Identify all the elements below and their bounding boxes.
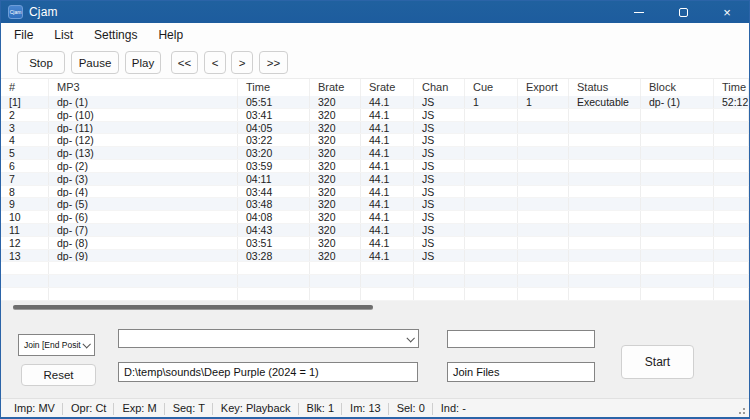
pause-button[interactable]: Pause xyxy=(71,51,119,74)
track-table: #MP3TimeBrateSrateChanCueExportStatusBlo… xyxy=(1,79,749,301)
play-button[interactable]: Play xyxy=(125,51,161,74)
table-cell: JS xyxy=(414,134,465,146)
table-cell: 44.1 xyxy=(361,96,414,108)
table-cell xyxy=(714,211,749,223)
output-path-input[interactable]: D:\temp\sounds\Deep Purple (2024 = 1) xyxy=(118,362,418,382)
table-cell: 44.1 xyxy=(361,109,414,121)
close-button[interactable]: × xyxy=(705,1,749,23)
menu-item-settings[interactable]: Settings xyxy=(91,26,140,44)
prev-track-button[interactable]: << xyxy=(171,51,198,74)
column-header-srate[interactable]: Srate xyxy=(361,79,414,96)
column-header-status[interactable]: Status xyxy=(569,79,641,96)
table-row[interactable]: [1]dp- (1)05:5132044.1JS11Executabledp- … xyxy=(1,96,749,109)
table-cell: 4 xyxy=(1,134,49,146)
table-row[interactable] xyxy=(1,288,749,301)
table-cell xyxy=(641,250,714,262)
table-row[interactable]: 5dp- (13)03:2032044.1JS xyxy=(1,147,749,160)
table-row[interactable]: 9dp- (5)03:4832044.1JS xyxy=(1,198,749,211)
menu-item-help[interactable]: Help xyxy=(155,26,186,44)
table-cell: 03:41 xyxy=(238,109,310,121)
table-row[interactable] xyxy=(1,275,749,288)
horizontal-scrollbar[interactable] xyxy=(1,301,749,314)
column-header-export[interactable]: Export xyxy=(518,79,569,96)
table-row[interactable]: 13dp- (9)03:2832044.1JS xyxy=(1,250,749,263)
table-header: #MP3TimeBrateSrateChanCueExportStatusBlo… xyxy=(1,79,749,96)
table-row[interactable]: 11dp- (7)04:4332044.1JS xyxy=(1,224,749,237)
start-button[interactable]: Start xyxy=(621,345,694,379)
close-icon: × xyxy=(723,6,731,19)
table-cell xyxy=(641,262,714,274)
table-cell xyxy=(569,288,641,300)
table-cell: 320 xyxy=(310,198,361,210)
maximize-button[interactable] xyxy=(661,1,705,23)
column-header-mp3[interactable]: MP3 xyxy=(49,79,238,96)
output-select[interactable] xyxy=(118,329,419,348)
scrollbar-thumb[interactable] xyxy=(13,305,373,309)
table-cell xyxy=(465,237,518,249)
table-row[interactable]: 12dp- (8)03:5132044.1JS xyxy=(1,237,749,250)
table-cell xyxy=(310,262,361,274)
table-cell xyxy=(414,288,465,300)
next-track-button[interactable]: >> xyxy=(259,51,288,74)
table-cell: 3 xyxy=(1,122,49,134)
table-cell: 320 xyxy=(310,186,361,198)
table-row[interactable]: 4dp- (12)03:2232044.1JS xyxy=(1,134,749,147)
table-cell: 03:28 xyxy=(238,250,310,262)
table-row[interactable] xyxy=(1,262,749,275)
step-forward-button[interactable]: > xyxy=(231,51,253,74)
table-cell xyxy=(1,262,49,274)
table-row[interactable]: 7dp- (3)04:1132044.1JS xyxy=(1,173,749,186)
step-back-button[interactable]: < xyxy=(204,51,226,74)
table-cell: JS xyxy=(414,250,465,262)
table-row[interactable]: 6dp- (2)03:5932044.1JS xyxy=(1,160,749,173)
column-header-chan[interactable]: Chan xyxy=(414,79,465,96)
table-cell xyxy=(49,275,238,287)
table-cell xyxy=(465,198,518,210)
table-cell: 13 xyxy=(1,250,49,262)
table-cell: dp- (6) xyxy=(49,211,238,223)
table-cell: 44.1 xyxy=(361,237,414,249)
table-cell xyxy=(518,160,569,172)
table-cell: 320 xyxy=(310,160,361,172)
table-row[interactable]: 3dp- (11)04:0532044.1JS xyxy=(1,122,749,135)
join-mode-select[interactable]: Join [End Posit xyxy=(18,334,95,356)
column-header-cue[interactable]: Cue xyxy=(465,79,518,96)
table-cell: 1 xyxy=(518,96,569,108)
resize-grip[interactable] xyxy=(736,405,746,415)
table-cell: 320 xyxy=(310,96,361,108)
reset-button[interactable]: Reset xyxy=(21,364,96,386)
column-header-brate[interactable]: Brate xyxy=(310,79,361,96)
column-header-time[interactable]: Time xyxy=(714,79,749,96)
table-cell: JS xyxy=(414,160,465,172)
minimize-button[interactable] xyxy=(617,1,661,23)
table-cell xyxy=(518,186,569,198)
table-cell: 320 xyxy=(310,250,361,262)
status-item: Exp: M xyxy=(114,402,164,414)
table-cell xyxy=(465,224,518,236)
join-files-input[interactable]: Join Files xyxy=(447,362,595,382)
table-cell: Executable xyxy=(569,96,641,108)
table-cell xyxy=(1,288,49,300)
menu-item-file[interactable]: File xyxy=(11,26,36,44)
table-cell: JS xyxy=(414,147,465,159)
column-header-time[interactable]: Time xyxy=(238,79,310,96)
table-cell: dp- (10) xyxy=(49,109,238,121)
column-header-block[interactable]: Block xyxy=(641,79,714,96)
table-cell: JS xyxy=(414,186,465,198)
table-cell xyxy=(569,275,641,287)
column-header-[interactable]: # xyxy=(1,79,49,96)
table-cell xyxy=(238,288,310,300)
aux-input[interactable] xyxy=(447,330,595,348)
table-row[interactable]: 10dp- (6)04:0832044.1JS xyxy=(1,211,749,224)
table-cell: 04:43 xyxy=(238,224,310,236)
table-cell: JS xyxy=(414,237,465,249)
menu-item-list[interactable]: List xyxy=(51,26,76,44)
stop-button[interactable]: Stop xyxy=(17,51,65,74)
table-cell: dp- (11) xyxy=(49,122,238,134)
table-cell xyxy=(641,288,714,300)
table-row[interactable]: 2dp- (10)03:4132044.1JS xyxy=(1,109,749,122)
table-cell xyxy=(641,122,714,134)
status-item: Ind: - xyxy=(433,402,474,414)
table-row[interactable]: 8dp- (4)03:4432044.1JS xyxy=(1,186,749,199)
table-cell: 44.1 xyxy=(361,186,414,198)
